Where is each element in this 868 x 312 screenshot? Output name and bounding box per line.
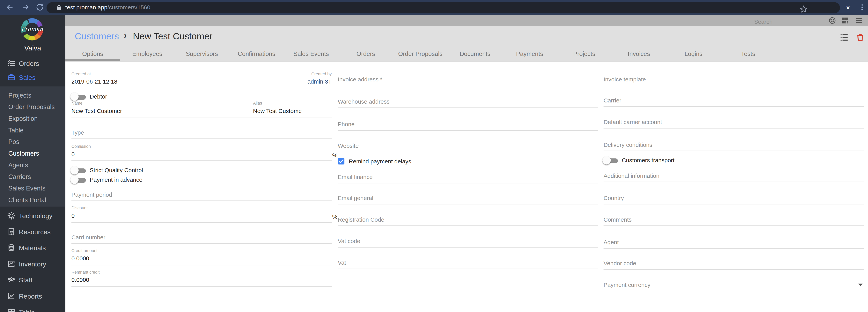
- comments-field[interactable]: Comments: [603, 216, 864, 223]
- sidebar-item-orders[interactable]: Orders: [0, 58, 65, 69]
- page-header: Customers › New Test Customer OptionsEmp…: [65, 26, 868, 62]
- sidebar-item-materials[interactable]: Materials: [0, 243, 65, 254]
- vat-field[interactable]: Vat: [338, 259, 598, 266]
- submenu-item-projects[interactable]: Projects: [8, 92, 64, 98]
- vat-code-field[interactable]: Vat code: [338, 238, 598, 244]
- bookmark-star-icon[interactable]: [800, 5, 808, 13]
- sidebar-item-reports[interactable]: Reports: [0, 291, 65, 302]
- carrier-field[interactable]: Carrier: [603, 97, 864, 104]
- additional-information-field[interactable]: Additional information: [603, 172, 864, 179]
- vat-code-underline: [338, 247, 598, 248]
- warehouse-address-field[interactable]: Warehouse address: [338, 98, 598, 104]
- tab-logins[interactable]: Logins: [666, 51, 721, 57]
- debtor-toggle[interactable]: Debtor: [71, 93, 332, 101]
- forward-arrow-icon[interactable]: [21, 3, 30, 12]
- qr-code-icon[interactable]: [841, 17, 849, 24]
- agent-field[interactable]: Agent: [603, 239, 864, 245]
- sidebar-item-label: Inventory: [19, 260, 46, 268]
- country-field[interactable]: Country: [603, 194, 864, 201]
- hamburger-menu-icon[interactable]: [855, 17, 863, 24]
- search-input[interactable]: [753, 17, 810, 27]
- sidebar: Proman Vaiva OrdersSales ProjectsOrder P…: [0, 15, 65, 312]
- sidebar-item-table[interactable]: Table: [0, 307, 65, 312]
- submenu-item-agents[interactable]: Agents: [8, 162, 64, 168]
- alias-value[interactable]: New Test Custome: [253, 107, 302, 114]
- tab-orders[interactable]: Orders: [338, 51, 393, 57]
- building-icon: [7, 228, 16, 236]
- tab-documents[interactable]: Documents: [447, 51, 502, 57]
- submenu-item-sales-events[interactable]: Sales Events: [8, 185, 64, 192]
- remnant-credit-value[interactable]: 0.0000: [71, 276, 332, 283]
- reload-icon[interactable]: [35, 3, 44, 12]
- website-field[interactable]: Website: [338, 143, 598, 149]
- toggle-label: Debtor: [90, 93, 107, 100]
- sidebar-item-technology[interactable]: Technology: [0, 211, 65, 222]
- sidebar-item-inventory[interactable]: Inventory: [0, 259, 65, 270]
- email-finance-field[interactable]: Email finance: [338, 173, 598, 180]
- smiley-icon[interactable]: [828, 17, 836, 24]
- sidebar-item-label: Staff: [19, 276, 32, 284]
- credit-amount-underline: [71, 265, 332, 265]
- kebab-menu-icon[interactable]: [858, 3, 867, 12]
- submenu-item-exposition[interactable]: Exposition: [8, 115, 64, 122]
- registration-code-underline: [338, 225, 598, 226]
- avatar[interactable]: V: [843, 3, 852, 12]
- sidebar-item-staff[interactable]: Staff: [0, 275, 65, 286]
- invoice-address-field[interactable]: Invoice address *: [338, 76, 598, 83]
- tab-options[interactable]: Options: [65, 51, 120, 57]
- tab-tests[interactable]: Tests: [721, 51, 776, 57]
- phone-field[interactable]: Phone: [338, 121, 598, 127]
- tab-invoices[interactable]: Invoices: [612, 51, 666, 57]
- tab-payments[interactable]: Payments: [502, 51, 557, 57]
- tab-supervisors[interactable]: Supervisors: [175, 51, 229, 57]
- tab-sales-events[interactable]: Sales Events: [284, 51, 339, 57]
- delivery-conditions-field[interactable]: Delivery conditions: [603, 141, 864, 148]
- strict-quality-control-toggle[interactable]: Strict Quality Control: [71, 167, 332, 175]
- payment-currency-select[interactable]: Payment currency: [603, 281, 864, 288]
- sidebar-item-sales[interactable]: Sales: [0, 72, 65, 83]
- credit-amount-value[interactable]: 0.0000: [71, 255, 332, 261]
- logo-wordmark: Proman: [18, 26, 46, 32]
- tab-employees[interactable]: Employees: [120, 51, 175, 57]
- trash-icon[interactable]: [856, 33, 865, 42]
- invoice-template-field[interactable]: Invoice template: [603, 76, 864, 83]
- address-bar[interactable]: [46, 2, 840, 13]
- submenu-item-carriers[interactable]: Carriers: [8, 173, 64, 180]
- payment-in-advance-toggle[interactable]: Payment in advance: [71, 176, 332, 184]
- top-toolbar: [65, 15, 868, 26]
- card-number-underline: [71, 243, 332, 244]
- submenu-item-clients-portal[interactable]: Clients Portal: [8, 197, 64, 203]
- vendor-code-field[interactable]: Vendor code: [603, 260, 864, 267]
- invoice-address-underline: [338, 85, 598, 85]
- email-general-field[interactable]: Email general: [338, 194, 598, 201]
- customers-transport-toggle[interactable]: Customers transport: [603, 157, 864, 165]
- tab-confirmations[interactable]: Confirmations: [229, 51, 284, 57]
- back-arrow-icon[interactable]: [5, 3, 14, 12]
- submenu-item-order-proposals[interactable]: Order Proposals: [8, 104, 64, 110]
- remnant-credit-underline: [71, 286, 332, 287]
- comission-value[interactable]: 0: [71, 151, 332, 157]
- discount-value[interactable]: 0: [71, 212, 332, 219]
- user-name: Vaiva: [0, 44, 65, 52]
- type-field[interactable]: Type: [71, 129, 332, 136]
- toggle-knob: [70, 176, 79, 184]
- tab-projects[interactable]: Projects: [557, 51, 612, 57]
- card-number-field[interactable]: Card number: [71, 234, 332, 240]
- submenu-item-pos[interactable]: Pos: [8, 138, 64, 145]
- vendor-code-underline: [603, 269, 864, 270]
- registration-code-field[interactable]: Registration Code: [338, 216, 598, 223]
- submenu-item-table[interactable]: Table: [8, 127, 64, 133]
- default-carrier-account-field[interactable]: Default carrier account: [603, 119, 864, 125]
- tab-order-proposals[interactable]: Order Proposals: [393, 51, 448, 57]
- breadcrumb-parent-link[interactable]: Customers: [75, 31, 119, 42]
- sidebar-item-resources[interactable]: Resources: [0, 226, 65, 238]
- created-by-link[interactable]: admin 3T: [71, 78, 332, 85]
- remind-payment-delays-checkbox[interactable]: Remind payment delays: [338, 158, 598, 165]
- table-icon: [7, 308, 16, 312]
- phone-underline: [338, 130, 598, 131]
- people-icon: [7, 276, 16, 284]
- list-icon[interactable]: [839, 33, 849, 42]
- submenu-item-customers[interactable]: Customers: [8, 150, 64, 157]
- sidebar-item-label: Reports: [19, 292, 42, 300]
- payment-period-field[interactable]: Payment period: [71, 191, 332, 198]
